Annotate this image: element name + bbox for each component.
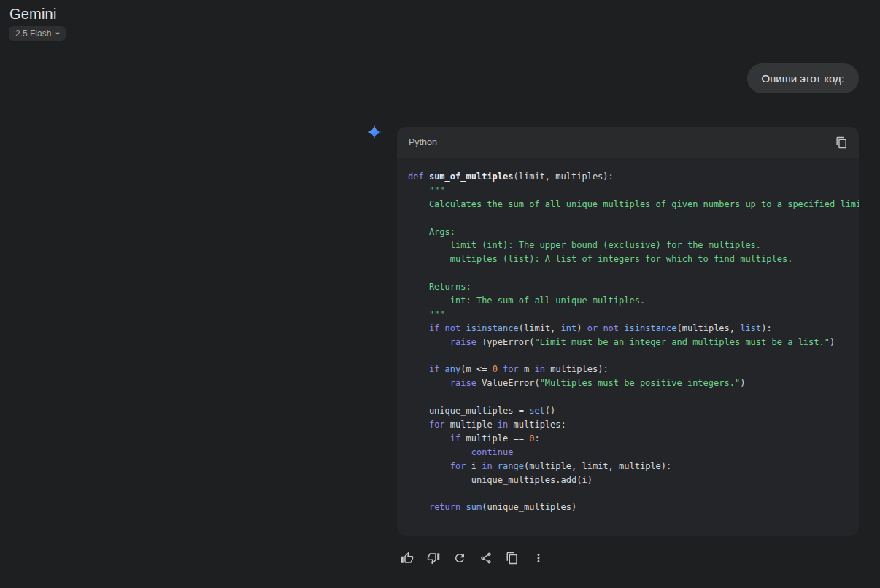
code-line: for i in range(multiple, limit, multiple… (408, 460, 859, 473)
code-line: if any(m <= 0 for m in multiples): (408, 363, 859, 376)
code-line (408, 390, 859, 404)
code-line (408, 487, 859, 500)
thumbs-up-icon (401, 552, 414, 565)
thumbs-up-button[interactable] (398, 549, 417, 568)
code-block-header: Python (397, 127, 859, 158)
model-selector[interactable]: 2.5 Flash (9, 26, 66, 41)
copy-code-button[interactable] (831, 132, 852, 152)
share-icon (479, 552, 493, 565)
code-line: limit (int): The upper bound (exclusive)… (408, 239, 859, 252)
user-message-bubble: Опиши этот код: (747, 63, 860, 93)
code-line: multiples (list): A list of integers for… (408, 252, 859, 266)
code-language-label: Python (409, 137, 437, 147)
code-line: return sum(unique_multiples) (408, 500, 859, 514)
gemini-app: Gemini 2.5 Flash Опиши этот код: Python … (0, 0, 880, 588)
code-line: continue (408, 446, 859, 460)
code-line: raise ValueError("Multiples must be posi… (408, 376, 859, 390)
code-line (408, 266, 859, 280)
code-line: Calculates the sum of all unique multipl… (408, 198, 859, 212)
code-line: Args: (408, 225, 859, 239)
more-options-icon (532, 552, 545, 565)
code-line: if multiple == 0: (408, 432, 859, 446)
copy-button[interactable] (503, 549, 522, 568)
thumbs-down-button[interactable] (424, 549, 443, 568)
regenerate-button[interactable] (450, 549, 469, 568)
code-line: """ (408, 308, 859, 322)
copy-icon (506, 552, 519, 565)
code-line: unique_multiples = set() (408, 404, 859, 418)
thumbs-down-icon (427, 552, 440, 565)
model-label: 2.5 Flash (15, 28, 51, 39)
app-title: Gemini (9, 6, 57, 23)
code-line: """ (408, 184, 859, 198)
code-line (408, 349, 859, 363)
code-line: def sum_of_multiples(limit, multiples): (408, 170, 859, 184)
response-actions (398, 549, 548, 568)
code-line: unique_multiples.add(i) (408, 473, 859, 487)
code-content: def sum_of_multiples(limit, multiples): … (397, 158, 859, 536)
chevron-down-icon (53, 28, 63, 39)
gemini-sparkle-icon (367, 125, 382, 139)
copy-icon (835, 136, 848, 149)
code-line: for multiple in multiples: (408, 418, 859, 432)
code-line: if not isinstance(limit, int) or not isi… (408, 322, 859, 336)
share-button[interactable] (476, 549, 495, 568)
code-line (408, 212, 859, 225)
code-line: Returns: (408, 280, 859, 294)
code-line: raise TypeError("Limit must be an intege… (408, 336, 859, 349)
user-message-text: Опиши этот код: (762, 72, 845, 85)
more-options-button[interactable] (529, 549, 548, 568)
code-block: Python def sum_of_multiples(limit, multi… (397, 127, 859, 536)
regenerate-icon (453, 552, 466, 565)
code-line: int: The sum of all unique multiples. (408, 294, 859, 308)
